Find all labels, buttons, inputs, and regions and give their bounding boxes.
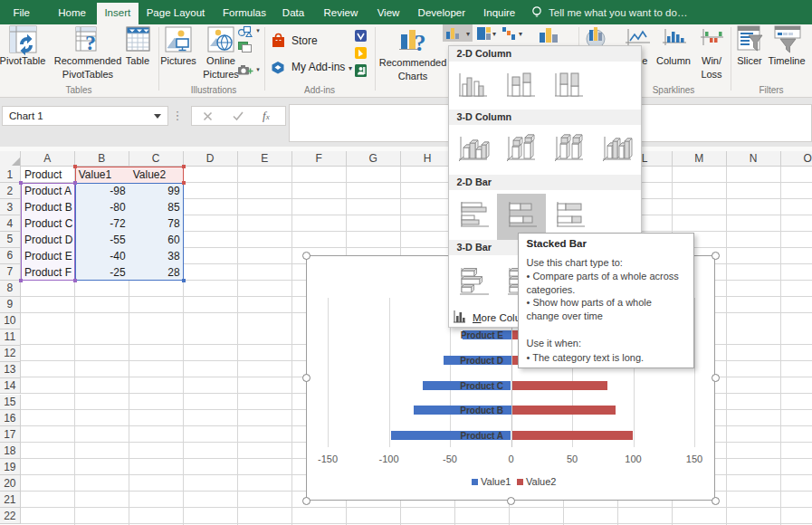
svg-text:?: ?: [415, 30, 426, 56]
svg-text:?: ?: [85, 31, 96, 54]
